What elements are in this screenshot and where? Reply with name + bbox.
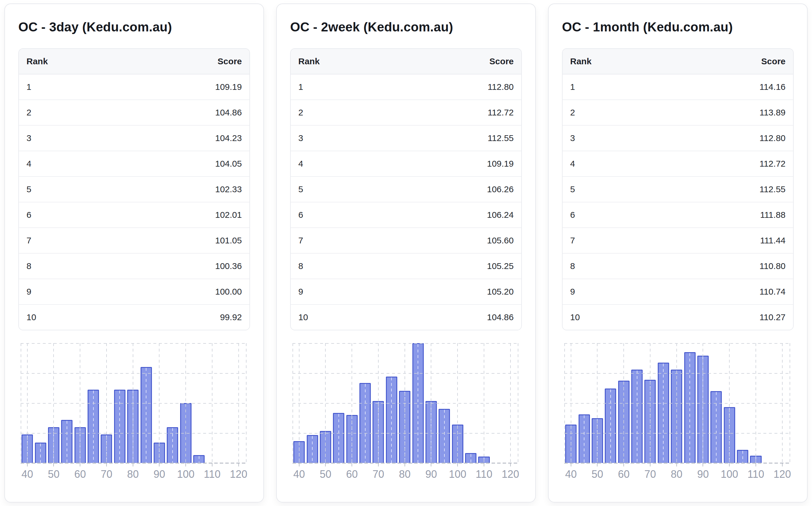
histogram-bar — [167, 427, 178, 463]
rank-cell: 5 — [19, 176, 126, 202]
table-row: 4109.19 — [291, 151, 521, 176]
column-header-score: Score — [671, 49, 793, 74]
card-oc-3day: OC - 3day (Kedu.com.au) Rank Score 1109.… — [4, 3, 264, 503]
histogram-bar — [114, 390, 126, 463]
x-tick-label: 40 — [565, 468, 577, 481]
table-row: 5106.26 — [291, 176, 521, 202]
table-row: 1112.80 — [291, 74, 521, 100]
score-cell: 114.16 — [671, 74, 793, 100]
table-row: 8100.36 — [19, 253, 249, 279]
x-tick-label: 70 — [644, 468, 656, 481]
table-header-row: Rank Score — [19, 49, 249, 74]
x-tick-label: 70 — [373, 468, 384, 481]
rank-score-table: Rank Score 1112.802112.723112.554109.195… — [290, 48, 522, 330]
rank-cell: 3 — [563, 125, 671, 151]
x-tick-mark — [650, 463, 651, 467]
x-tick-mark — [212, 463, 212, 467]
x-tick-label: 90 — [425, 468, 437, 481]
histogram-bar — [711, 391, 722, 463]
score-cell: 109.19 — [398, 151, 521, 176]
score-cell: 101.05 — [126, 228, 249, 253]
column-header-score: Score — [398, 49, 521, 74]
score-cell: 102.01 — [126, 202, 249, 228]
rank-cell: 2 — [291, 100, 398, 125]
x-tick-label: 100 — [721, 468, 738, 481]
rank-cell: 2 — [563, 100, 671, 125]
rank-cell: 9 — [19, 279, 126, 305]
rank-cell: 2 — [19, 100, 126, 125]
score-cell: 99.92 — [126, 305, 249, 330]
table-row: 8110.80 — [563, 253, 793, 279]
histogram-bar — [141, 367, 152, 463]
x-tick-mark — [299, 463, 299, 467]
histogram-bar — [386, 376, 397, 463]
table-row: 6106.24 — [291, 202, 521, 228]
x-tick-label: 110 — [475, 468, 492, 481]
histogram-bar — [359, 383, 371, 463]
column-header-rank: Rank — [291, 49, 398, 74]
x-tick-label: 60 — [618, 468, 630, 481]
score-cell: 112.55 — [671, 176, 793, 202]
score-cell: 112.72 — [671, 151, 793, 176]
score-cell: 104.86 — [398, 305, 521, 330]
plot-border-top — [21, 343, 246, 344]
x-tick-mark — [571, 463, 571, 467]
dashboard: OC - 3day (Kedu.com.au) Rank Score 1109.… — [4, 3, 808, 503]
rank-cell: 7 — [563, 228, 671, 253]
x-tick-label: 100 — [449, 468, 466, 481]
score-cell: 104.86 — [126, 100, 249, 125]
score-cell: 110.74 — [671, 279, 793, 305]
score-histogram-1month: 405060708090100110120 — [564, 343, 790, 480]
column-header-score: Score — [126, 49, 249, 74]
histogram-bar — [35, 443, 46, 463]
x-tick-label: 110 — [747, 468, 764, 481]
histogram-bar — [465, 453, 476, 463]
card-oc-2week: OC - 2week (Kedu.com.au) Rank Score 1112… — [276, 3, 536, 503]
gridline-horizontal — [21, 403, 246, 404]
rank-cell: 6 — [291, 202, 398, 228]
x-tick-mark — [431, 463, 431, 467]
x-tick-label: 60 — [74, 468, 86, 481]
rank-cell: 7 — [291, 228, 398, 253]
page-title: OC - 1month (Kedu.com.au) — [562, 20, 794, 34]
score-cell: 112.72 — [398, 100, 521, 125]
gridline-horizontal — [293, 403, 518, 404]
table-row: 9100.00 — [19, 279, 249, 305]
gridline-horizontal — [564, 403, 790, 404]
score-cell: 106.26 — [398, 176, 521, 202]
score-cell: 105.25 — [398, 253, 521, 279]
table-row: 5102.33 — [19, 176, 249, 202]
x-tick-mark — [133, 463, 133, 467]
table-row: 4112.72 — [563, 151, 793, 176]
rank-cell: 5 — [563, 176, 671, 202]
gridline-horizontal — [564, 373, 790, 374]
x-tick-mark — [676, 463, 677, 467]
page-title: OC - 3day (Kedu.com.au) — [18, 20, 250, 34]
table-row: 2113.89 — [563, 100, 793, 125]
x-axis-line — [21, 463, 246, 463]
rank-cell: 6 — [563, 202, 671, 228]
score-cell: 112.80 — [398, 74, 521, 100]
score-cell: 110.80 — [671, 253, 793, 279]
histogram-bar — [579, 414, 590, 463]
rank-cell: 1 — [19, 74, 126, 100]
histogram-bar — [737, 450, 748, 463]
x-tick-mark — [186, 463, 186, 467]
rank-cell: 10 — [563, 305, 671, 330]
score-cell: 112.80 — [671, 125, 793, 151]
x-tick-label: 120 — [230, 468, 247, 481]
table-row: 3112.55 — [291, 125, 521, 151]
score-cell: 110.27 — [671, 305, 793, 330]
score-cell: 105.60 — [398, 228, 521, 253]
table-row: 3112.80 — [563, 125, 793, 151]
histogram-bar — [658, 363, 669, 463]
rank-cell: 8 — [19, 253, 126, 279]
x-tick-label: 90 — [153, 468, 165, 481]
score-cell: 100.36 — [126, 253, 249, 279]
x-axis-line — [564, 463, 790, 463]
x-tick-mark — [484, 463, 484, 467]
table-row: 6102.01 — [19, 202, 249, 228]
rank-cell: 8 — [291, 253, 398, 279]
score-cell: 104.23 — [126, 125, 249, 151]
rank-cell: 8 — [563, 253, 671, 279]
